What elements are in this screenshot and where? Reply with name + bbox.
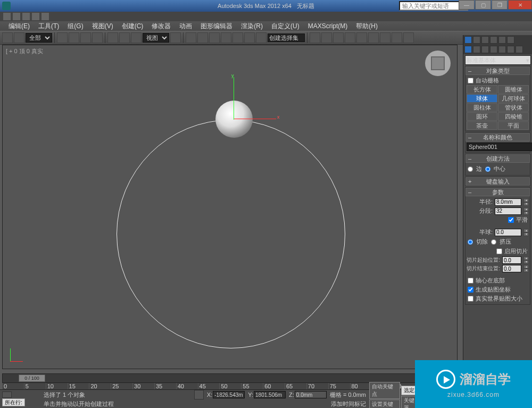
autokey-button[interactable]: 自动关键点: [369, 382, 400, 399]
radius-spinner[interactable]: [495, 198, 521, 206]
cone-button[interactable]: 圆锥体: [498, 85, 529, 94]
edit-named-sel-icon[interactable]: [256, 32, 267, 43]
segments-spinner[interactable]: [495, 207, 521, 215]
maximize-button[interactable]: ▢: [475, 0, 491, 10]
utilities-tab-icon[interactable]: [507, 36, 514, 44]
rotate-icon[interactable]: [119, 32, 130, 43]
manipulate-icon[interactable]: [186, 32, 196, 43]
teapot-button[interactable]: 茶壶: [467, 121, 497, 130]
setkey-button[interactable]: 设置关键点: [369, 399, 400, 409]
rollout-keyboard-entry[interactable]: +键盘输入: [466, 177, 530, 186]
menu-edit[interactable]: 编辑(E): [4, 22, 34, 31]
named-selection-input[interactable]: [268, 34, 305, 42]
select-name-icon[interactable]: [69, 32, 79, 43]
create-tab-icon[interactable]: [464, 36, 472, 44]
motion-tab-icon[interactable]: [490, 36, 497, 44]
realworld-checkbox[interactable]: [468, 296, 473, 302]
minimize-button[interactable]: —: [459, 0, 475, 10]
pyramid-button[interactable]: 四棱锥: [498, 112, 529, 121]
new-icon[interactable]: [3, 13, 11, 20]
lights-icon[interactable]: [481, 46, 489, 53]
app-icon[interactable]: [2, 2, 11, 10]
shapes-icon[interactable]: [473, 46, 480, 53]
coord-x-input[interactable]: [213, 391, 245, 398]
geometry-icon[interactable]: [464, 46, 472, 53]
restore-button[interactable]: ❐: [492, 0, 508, 10]
pivot-icon[interactable]: [170, 32, 181, 43]
systems-icon[interactable]: [516, 46, 523, 53]
unlink-icon[interactable]: [14, 32, 24, 43]
menu-views[interactable]: 视图(V): [88, 22, 118, 31]
autogrid-checkbox[interactable]: [468, 78, 473, 84]
undo-icon[interactable]: [32, 13, 39, 20]
viewcube[interactable]: [425, 51, 451, 76]
sphere-button[interactable]: 球体: [467, 94, 497, 103]
rollout-parameters[interactable]: –参数: [466, 188, 530, 196]
menu-modifiers[interactable]: 修改器: [147, 22, 175, 31]
layer-icon[interactable]: [333, 32, 344, 43]
menu-group[interactable]: 组(G): [63, 22, 87, 31]
rollout-name-color[interactable]: –名称和颜色: [466, 133, 530, 141]
edge-radio[interactable]: [468, 166, 473, 172]
menu-customize[interactable]: 自定义(U): [267, 22, 304, 31]
schematic-icon[interactable]: [356, 32, 367, 43]
menu-animation[interactable]: 动画: [175, 22, 196, 31]
slice-to-spinner[interactable]: [502, 265, 521, 272]
menu-help[interactable]: 帮助(H): [352, 22, 382, 31]
center-radio[interactable]: [485, 166, 491, 172]
line-number-button[interactable]: 所在行:: [2, 398, 25, 406]
slice-on-checkbox[interactable]: [496, 248, 502, 254]
cameras-icon[interactable]: [490, 46, 497, 53]
lock-selection-icon[interactable]: [194, 390, 204, 399]
material-editor-icon[interactable]: [368, 32, 379, 43]
spacewarps-icon[interactable]: [507, 46, 514, 53]
coord-z-input[interactable]: [295, 391, 327, 398]
maxscript-mini-icon[interactable]: [2, 392, 12, 398]
hemisphere-spinner[interactable]: [495, 229, 521, 236]
spinner-snap-icon[interactable]: [244, 32, 255, 43]
radius-up[interactable]: ▴: [523, 198, 529, 202]
render-setup-icon[interactable]: [380, 32, 390, 43]
angle-snap-icon[interactable]: [221, 32, 231, 43]
close-button[interactable]: ✕: [508, 0, 532, 10]
geosphere-button[interactable]: 几何球体: [498, 94, 529, 103]
snap-toggle-icon[interactable]: [209, 32, 220, 43]
align-icon[interactable]: [321, 32, 332, 43]
rollout-object-type[interactable]: –对象类型: [466, 66, 530, 75]
keyboard-shortcut-icon[interactable]: [197, 32, 208, 43]
slice-from-spinner[interactable]: [502, 256, 521, 264]
selection-filter[interactable]: 全部: [26, 33, 52, 43]
window-crossing-icon[interactable]: [92, 32, 103, 43]
tube-button[interactable]: 管状体: [498, 103, 529, 112]
select-region-icon[interactable]: [80, 32, 91, 43]
chop-radio[interactable]: [468, 239, 473, 245]
menu-create[interactable]: 创建(C): [118, 22, 148, 31]
move-icon[interactable]: [107, 32, 118, 43]
curve-editor-icon[interactable]: [345, 32, 355, 43]
radius-down[interactable]: ▾: [523, 202, 529, 206]
coord-y-input[interactable]: [254, 391, 286, 398]
menu-tools[interactable]: 工具(T): [34, 22, 63, 31]
circle-spline[interactable]: [117, 120, 345, 348]
smooth-checkbox[interactable]: [508, 217, 514, 223]
save-icon[interactable]: [22, 13, 30, 20]
object-name-input[interactable]: [467, 143, 532, 151]
render-icon[interactable]: [403, 32, 414, 43]
viewport[interactable]: [ + 0 顶 0 真实 x y: [2, 45, 458, 369]
torus-button[interactable]: 圆环: [467, 112, 497, 121]
time-slider-handle[interactable]: 0 / 100: [19, 374, 45, 382]
rendered-frame-icon[interactable]: [392, 32, 402, 43]
ref-coord-system[interactable]: 视图: [143, 33, 169, 43]
modify-tab-icon[interactable]: [473, 36, 480, 44]
rollout-creation-method[interactable]: –创建方法: [466, 154, 530, 163]
plane-button[interactable]: 平面: [498, 121, 529, 130]
display-tab-icon[interactable]: [498, 36, 506, 44]
scale-icon[interactable]: [131, 32, 142, 43]
link-icon[interactable]: [2, 32, 13, 43]
mirror-icon[interactable]: [310, 32, 320, 43]
open-icon[interactable]: [13, 13, 20, 20]
add-time-tag[interactable]: 添加时间标记: [331, 400, 366, 408]
percent-snap-icon[interactable]: [232, 32, 243, 43]
helpers-icon[interactable]: [498, 46, 506, 53]
gizmo-y-axis[interactable]: [234, 77, 234, 120]
